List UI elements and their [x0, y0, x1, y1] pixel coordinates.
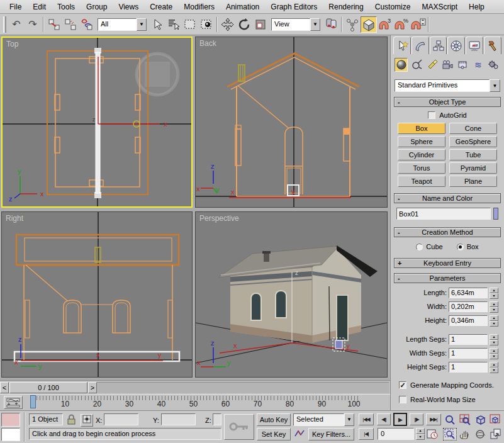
category-cameras[interactable]	[440, 58, 454, 72]
object-type-button[interactable]: Plane	[449, 176, 497, 187]
unlink-selection-icon[interactable]	[62, 16, 79, 33]
parameter-value-field[interactable]: 0,346m	[449, 315, 488, 326]
key-mode-toggle[interactable]: |◀|	[359, 428, 374, 440]
category-space-warps[interactable]: ≋	[471, 58, 484, 72]
key-filter-value[interactable]: Selected	[293, 413, 344, 426]
category-systems[interactable]	[487, 58, 500, 72]
spin-up-icon[interactable]: ▴	[490, 334, 498, 340]
select-and-link-icon[interactable]	[46, 16, 62, 33]
toolbar-grip[interactable]	[3, 16, 6, 33]
menu-item[interactable]: Tools	[52, 1, 81, 13]
rollout-parameters-header[interactable]: - Parameters	[394, 273, 501, 283]
tab-utilities[interactable]	[484, 36, 501, 54]
play-animation-button[interactable]: ▶	[393, 413, 407, 426]
spin-up-icon[interactable]: ▴	[490, 348, 498, 354]
reference-coordinate-system-dropdown[interactable]: View ▼	[271, 18, 320, 31]
spin-down-icon[interactable]: ▾	[490, 354, 498, 359]
viewport-top-label[interactable]: Top	[6, 40, 18, 48]
menu-item[interactable]: MAXScript	[416, 1, 463, 13]
select-and-manipulate-icon[interactable]	[344, 16, 361, 33]
previous-frame-button[interactable]: <	[0, 382, 9, 393]
spin-down-icon[interactable]: ▾	[490, 367, 498, 373]
redo-icon[interactable]: ↷	[25, 16, 41, 33]
creation-method-radio[interactable]: Cube	[416, 243, 442, 250]
rollout-keyboard-entry-header[interactable]: + Keyboard Entry	[394, 258, 501, 268]
spin-down-icon[interactable]: ▾	[490, 307, 498, 313]
category-lights[interactable]	[425, 58, 439, 72]
angle-snap-toggle-icon[interactable]: 3	[377, 16, 393, 33]
window-crossing-toggle-icon[interactable]	[198, 16, 215, 33]
spin-down-icon[interactable]: ▾	[490, 340, 498, 345]
key-filter-arrow-icon[interactable]: ▼	[344, 413, 354, 426]
zoom-all-button[interactable]	[458, 413, 472, 426]
next-frame-button[interactable]: ||▶	[410, 413, 423, 425]
menu-item[interactable]: Edit	[27, 1, 52, 13]
tab-motion[interactable]	[447, 36, 465, 54]
tab-create[interactable]	[393, 36, 411, 54]
spinner-control[interactable]: ▴ ▾	[490, 362, 498, 373]
select-and-uniform-scale-icon[interactable]	[252, 16, 269, 33]
z-coordinate-field[interactable]	[213, 413, 221, 425]
menu-item[interactable]: Customize	[369, 1, 417, 13]
spin-down-icon[interactable]: ▾	[490, 293, 498, 299]
bind-to-space-warp-icon[interactable]	[79, 16, 95, 33]
go-to-end-button[interactable]: ▶▶|	[426, 413, 441, 425]
zoom-extents-all-button[interactable]	[488, 413, 502, 426]
viewport-right[interactable]: Right x y z y x	[1, 211, 193, 378]
region-zoom-button[interactable]	[443, 428, 457, 440]
snaps-toggle-icon[interactable]	[361, 16, 377, 33]
next-frame-button[interactable]: >	[88, 382, 97, 393]
creation-method-radio[interactable]: Box	[457, 243, 479, 250]
rollout-object-type-header[interactable]: - Object Type	[394, 97, 501, 107]
undo-icon[interactable]: ↶	[8, 16, 25, 33]
selection-lock-toggle[interactable]	[67, 414, 76, 426]
selection-filter-arrow-icon[interactable]: ▼	[137, 18, 147, 31]
rectangular-selection-region-icon[interactable]	[182, 16, 198, 33]
viewport-perspective-canvas[interactable]: z x y z x y	[196, 212, 387, 377]
spin-up-icon[interactable]: ▴	[490, 301, 498, 307]
set-key-button[interactable]: Set Key	[257, 428, 291, 440]
parameter-checkbox[interactable]: ✓	[399, 381, 406, 389]
object-category-dropdown[interactable]: Standard Primitives ▼	[395, 79, 500, 92]
object-color-swatch[interactable]	[493, 208, 498, 220]
time-slider-handle[interactable]	[30, 395, 36, 408]
object-category-value[interactable]: Standard Primitives	[395, 79, 490, 92]
menu-item[interactable]: Modifiers	[178, 1, 220, 13]
category-shapes[interactable]	[410, 58, 423, 72]
parameter-value-field[interactable]: 1	[449, 334, 488, 345]
object-type-button[interactable]: Sphere	[398, 136, 445, 147]
x-coordinate-field[interactable]	[104, 413, 138, 425]
object-type-button[interactable]: GeoSphere	[449, 136, 497, 147]
zoom-extents-button[interactable]	[473, 413, 487, 426]
menu-item[interactable]: Animation	[220, 1, 265, 13]
arc-rotate-button[interactable]	[473, 428, 487, 440]
current-frame-field[interactable]: 0	[378, 428, 414, 440]
viewport-top-canvas[interactable]: x z y x z	[3, 38, 191, 206]
parameter-value-field[interactable]: 6,634m	[449, 288, 488, 298]
spinner-control[interactable]: ▴ ▾	[490, 301, 498, 312]
rollout-creation-method-header[interactable]: - Creation Method	[394, 227, 501, 237]
key-filter-dropdown[interactable]: Selected ▼	[293, 413, 354, 426]
spin-up-icon[interactable]: ▴	[490, 315, 498, 321]
percent-snap-toggle-icon[interactable]: %	[393, 16, 410, 33]
zoom-button[interactable]	[443, 413, 457, 426]
spinner-control[interactable]: ▴ ▾	[490, 288, 498, 298]
coord-system-arrow-icon[interactable]: ▼	[310, 18, 320, 31]
tab-modify[interactable]	[412, 36, 429, 54]
radio-dot-icon[interactable]	[457, 244, 464, 250]
pan-view-button[interactable]	[458, 428, 472, 440]
object-name-input[interactable]	[396, 208, 491, 220]
viewport-right-label[interactable]: Right	[6, 214, 23, 223]
parameter-value-field[interactable]: 1	[449, 348, 488, 359]
menu-item[interactable]: Rendering	[323, 1, 369, 13]
category-geometry[interactable]	[395, 58, 408, 72]
spin-up-icon[interactable]: ▴	[416, 428, 425, 434]
menu-item[interactable]: File	[4, 1, 27, 13]
previous-frame-button[interactable]: ◀||	[377, 413, 391, 425]
viewport-back-canvas[interactable]: x y z x y	[196, 37, 387, 207]
spin-down-icon[interactable]: ▾	[490, 321, 498, 327]
category-helpers[interactable]	[456, 58, 469, 72]
maxscript-macro-recorder[interactable]	[1, 413, 20, 427]
spinner-control[interactable]: ▴ ▾	[490, 315, 498, 326]
selection-filter-dropdown[interactable]: All ▼	[98, 18, 147, 31]
